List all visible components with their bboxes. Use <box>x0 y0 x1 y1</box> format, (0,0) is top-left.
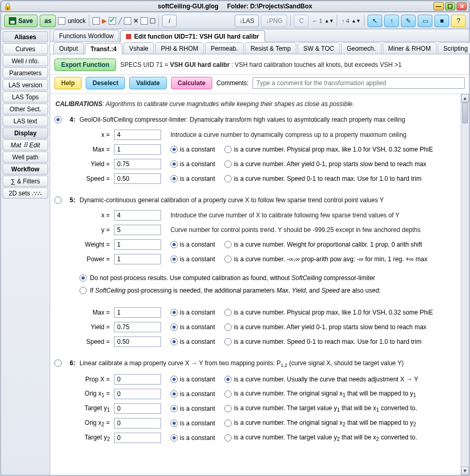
is-curve-radio[interactable] <box>224 160 232 168</box>
param-input[interactable] <box>114 403 161 414</box>
nav-mat-edit[interactable]: Mat ⠿ Edit <box>3 140 48 150</box>
is-curve-radio[interactable] <box>224 241 232 248</box>
param-input[interactable] <box>114 210 161 220</box>
param-input[interactable] <box>114 159 161 169</box>
help-button[interactable]: Help <box>54 77 82 89</box>
tool-check-1[interactable] <box>93 17 100 25</box>
is-curve-radio[interactable] <box>224 338 232 345</box>
is-constant-radio[interactable] <box>170 323 178 331</box>
top-tab[interactable]: Functions Workflow <box>53 30 119 41</box>
nav-well-path[interactable]: Well path <box>3 152 48 162</box>
save-as-button[interactable]: as <box>40 15 56 27</box>
tool-edit-button[interactable]: ✎ <box>401 15 416 27</box>
is-curve-radio[interactable] <box>224 309 232 316</box>
nav-2d-sets-[interactable]: 2D sets .∵∴ <box>3 188 48 199</box>
sub-tab-scripting[interactable]: Scripting <box>438 42 470 54</box>
param-input[interactable] <box>114 239 161 250</box>
sub-tab-permeab-[interactable]: Permeab. <box>205 42 244 54</box>
sub-tab-miner-rhom[interactable]: Miner & RHOM <box>383 42 437 54</box>
is-constant-radio[interactable] <box>170 338 178 345</box>
tool-check-3[interactable] <box>124 17 131 25</box>
sub-tab-output[interactable]: Output <box>53 42 84 54</box>
param-input[interactable] <box>114 225 161 235</box>
scroll-up-arrow[interactable]: ▲ <box>461 94 469 102</box>
maximize-button[interactable]: ☐ <box>445 2 455 10</box>
is-curve-radio[interactable] <box>224 420 232 427</box>
sub-tab-sw-toc[interactable]: SW & TOC <box>297 42 340 54</box>
nav-las-text[interactable]: LAS text <box>3 115 48 126</box>
nav--filters[interactable]: ∑ & Filters <box>3 176 48 187</box>
tool-rect-button[interactable]: ▭ <box>418 15 432 27</box>
top-tab[interactable]: Edit function UID=71: VSH GUI hard calib… <box>120 30 265 42</box>
close-button[interactable]: ✕ <box>456 2 467 10</box>
option-radio-4[interactable] <box>54 116 62 123</box>
sub-tab-geomech-[interactable]: Geomech. <box>341 42 381 54</box>
tool-fill-button[interactable]: ■ <box>434 15 449 27</box>
param-input[interactable] <box>114 389 161 399</box>
scroll-down-arrow[interactable]: ▼ <box>461 467 469 475</box>
is-constant-radio[interactable] <box>170 390 178 398</box>
is-curve-radio[interactable] <box>224 175 232 182</box>
is-curve-radio[interactable] <box>224 256 232 263</box>
option-radio-6[interactable] <box>54 359 62 367</box>
is-curve-radio[interactable] <box>224 376 232 383</box>
tool-check-2[interactable] <box>109 17 116 25</box>
is-constant-radio[interactable] <box>170 175 178 182</box>
is-constant-radio[interactable] <box>170 241 178 248</box>
param-input[interactable] <box>114 336 161 347</box>
unlock-checkbox[interactable] <box>58 17 65 25</box>
nav-workflow[interactable]: Workflow <box>3 164 48 175</box>
is-curve-radio[interactable] <box>224 323 232 331</box>
is-curve-radio[interactable] <box>224 405 232 412</box>
export-function-button[interactable]: Export Function <box>54 59 116 71</box>
tool-diag-button[interactable]: ↖ <box>368 15 382 27</box>
calculate-button[interactable]: Calculate <box>171 77 212 89</box>
postprocess-radio[interactable] <box>79 287 87 294</box>
is-constant-radio[interactable] <box>170 420 178 427</box>
deselect-button[interactable]: Deselect <box>86 77 125 89</box>
spin-up[interactable]: ↑ 4 <box>341 18 349 24</box>
nav-aliases[interactable]: Aliases <box>3 31 48 42</box>
vertical-scrollbar[interactable]: ▲ ▼ <box>461 94 469 475</box>
save-button[interactable]: Save <box>4 15 38 27</box>
is-constant-radio[interactable] <box>170 434 178 442</box>
param-input[interactable] <box>114 418 161 428</box>
param-input[interactable] <box>114 173 161 184</box>
is-constant-radio[interactable] <box>170 405 178 412</box>
is-constant-radio[interactable] <box>170 309 178 316</box>
param-input[interactable] <box>114 374 161 385</box>
param-input[interactable] <box>114 307 161 318</box>
nav-curves[interactable]: Curves <box>3 43 48 54</box>
nav-las-version[interactable]: LAS version <box>3 79 48 90</box>
validate-button[interactable]: Validate <box>129 77 166 89</box>
param-input[interactable] <box>114 254 161 264</box>
param-input[interactable] <box>114 130 161 140</box>
sub-tab-resist-temp[interactable]: Resist & Temp <box>245 42 296 54</box>
comments-input[interactable] <box>253 77 465 89</box>
param-input[interactable] <box>114 144 161 155</box>
tool-up-button[interactable]: ↑ <box>384 15 399 27</box>
nav-other-sect-[interactable]: Other Sect. <box>3 103 48 114</box>
tool-check-4[interactable] <box>141 17 148 25</box>
param-input[interactable] <box>114 433 161 443</box>
is-constant-radio[interactable] <box>170 160 178 168</box>
is-constant-radio[interactable] <box>170 256 178 263</box>
spin-left[interactable]: ← 1 <box>312 18 322 24</box>
sub-tab-transf-4[interactable]: Transf.:4 <box>85 43 122 54</box>
nav-las-tops[interactable]: LAS Tops <box>3 91 48 102</box>
scroll-thumb[interactable] <box>462 102 468 123</box>
param-input[interactable] <box>114 322 161 332</box>
is-constant-radio[interactable] <box>170 146 178 153</box>
export-las-button[interactable]: ↓LAS <box>235 15 259 27</box>
nav-parameters[interactable]: Parameters <box>3 67 48 78</box>
sub-tab-phi-rhom[interactable]: PHI & RHOM <box>155 42 204 54</box>
is-constant-radio[interactable] <box>170 376 178 383</box>
sub-tab-vshale[interactable]: Vshale <box>123 42 154 54</box>
is-curve-radio[interactable] <box>224 434 232 442</box>
postprocess-radio[interactable] <box>79 274 87 282</box>
nav-display[interactable]: Display <box>3 127 48 138</box>
info-button[interactable]: i <box>162 15 177 27</box>
minimize-button[interactable]: — <box>433 2 444 10</box>
is-curve-radio[interactable] <box>224 390 232 398</box>
toolbar-help-button[interactable]: ? <box>451 15 466 27</box>
